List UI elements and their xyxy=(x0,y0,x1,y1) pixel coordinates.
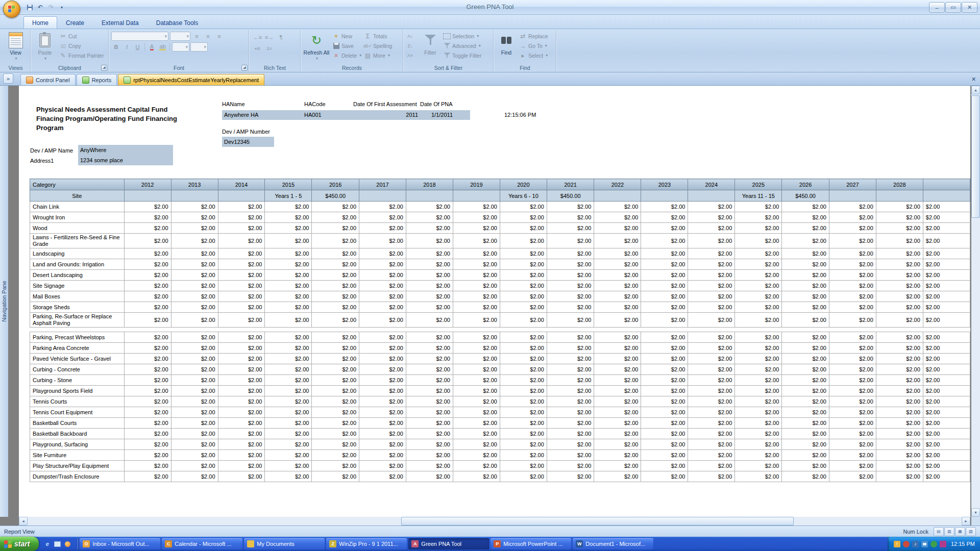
tray-messenger-icon[interactable] xyxy=(930,541,937,547)
ribbon-tab-create[interactable]: Create xyxy=(57,16,93,29)
fill-color-button[interactable]: ab xyxy=(158,42,167,52)
paste-button[interactable]: Paste▾ xyxy=(32,31,58,62)
new-record-button[interactable]: +New xyxy=(331,32,362,40)
taskbar-button-my-documents[interactable]: My Documents xyxy=(244,538,325,549)
tray-volume-icon[interactable]: ♪ xyxy=(912,541,919,547)
clear-sort-button[interactable]: A× xyxy=(405,51,419,60)
tray-update-icon[interactable]: ! xyxy=(894,541,900,547)
text-direction-button[interactable]: ¶ xyxy=(276,33,286,42)
document-tab-reports[interactable]: Reports xyxy=(77,74,117,85)
refresh-all-button[interactable]: ↻ Refresh All▾ xyxy=(302,31,331,62)
spelling-button[interactable]: ab✓Spelling xyxy=(362,41,398,50)
design-view-button[interactable]: ▧ xyxy=(966,527,976,536)
find-button[interactable]: Find xyxy=(495,31,518,57)
undo-button[interactable]: ↶ xyxy=(35,2,45,12)
more-button[interactable]: ▤More▾ xyxy=(362,51,398,60)
select-button[interactable]: ▸Select▾ xyxy=(518,51,554,60)
tray-shield-icon[interactable] xyxy=(940,541,946,547)
navigation-pane-expand-button[interactable]: » xyxy=(3,73,13,84)
underline-button[interactable]: U xyxy=(133,42,142,52)
ribbon-tab-home[interactable]: Home xyxy=(23,16,57,29)
value-cell: $2.00 xyxy=(406,471,453,482)
redo-button[interactable]: ↷ xyxy=(46,2,56,12)
ribbon-tab-database-tools[interactable]: Database Tools xyxy=(148,16,207,29)
increase-indent-button[interactable]: ≡→ xyxy=(264,33,274,42)
sort-ascending-button[interactable]: A↓ xyxy=(405,32,419,40)
goto-button[interactable]: →Go To▾ xyxy=(518,41,554,50)
taskbar-button-document1-microsof[interactable]: WDocument1 - Microsof... xyxy=(573,538,653,549)
align-right-button[interactable]: ≡ xyxy=(214,32,224,41)
advanced-filter-button[interactable]: Advanced▾ xyxy=(442,41,488,50)
horizontal-scroll-track[interactable] xyxy=(28,517,962,525)
totals-button[interactable]: ΣTotals xyxy=(362,32,398,40)
internet-explorer-icon[interactable]: e xyxy=(43,540,52,548)
delete-record-button[interactable]: ×Delete▾ xyxy=(331,51,362,60)
header-record-strip[interactable]: Anywhere HA HA001 2011 1/1/2011 xyxy=(222,110,470,120)
value-cell: $2.00 xyxy=(876,270,923,281)
clipboard-dialog-launcher[interactable]: ◢ xyxy=(101,65,107,71)
align-center-button[interactable]: ≡ xyxy=(203,32,213,41)
office-button[interactable] xyxy=(3,1,20,18)
bold-button[interactable]: B xyxy=(111,42,121,52)
vertical-scrollbar[interactable]: ▲ ▼ xyxy=(971,86,980,517)
toggle-filter-button[interactable]: Toggle Filter xyxy=(442,51,488,60)
tray-network-icon[interactable] xyxy=(921,541,928,547)
horizontal-scroll-thumb[interactable] xyxy=(401,517,794,525)
filter-button[interactable]: Filter xyxy=(419,31,442,57)
scroll-left-button[interactable]: ◄ xyxy=(19,517,28,525)
selection-button[interactable]: Selection▾ xyxy=(442,32,488,40)
tray-antivirus-icon[interactable] xyxy=(903,541,910,547)
close-button[interactable]: ✕ xyxy=(962,2,977,13)
view-button[interactable]: View▾ xyxy=(8,31,24,62)
bullets-button[interactable]: •≡ xyxy=(253,44,262,53)
media-player-icon[interactable] xyxy=(63,540,72,548)
start-button[interactable]: start xyxy=(0,537,39,551)
font-dialog-launcher[interactable]: ◢ xyxy=(241,65,248,71)
taskbar-button-green-pna-tool[interactable]: AGreen PNA Tool xyxy=(408,538,489,549)
vertical-scroll-track[interactable] xyxy=(971,94,980,508)
alternate-fill-dropdown[interactable]: ▾ xyxy=(190,42,208,52)
save-record-button[interactable]: Save xyxy=(331,41,362,50)
italic-button[interactable]: I xyxy=(122,42,132,52)
close-document-button[interactable]: ✕ xyxy=(969,75,978,84)
horizontal-scrollbar[interactable]: ◄ ► xyxy=(19,517,970,525)
sort-descending-button[interactable]: Z↓ xyxy=(405,41,419,50)
scroll-right-button[interactable]: ► xyxy=(962,517,970,525)
scroll-up-button[interactable]: ▲ xyxy=(971,86,980,94)
layout-view-button[interactable]: ▦ xyxy=(955,527,965,536)
dev-amp-name-field[interactable]: AnyWhere xyxy=(78,145,173,155)
address1-field[interactable]: 1234 some place xyxy=(78,155,173,165)
maximize-button[interactable]: ▭ xyxy=(945,2,961,13)
font-name-combobox[interactable]: ▾ xyxy=(111,32,168,41)
report-view-button[interactable]: ▤ xyxy=(934,527,944,536)
copy-button[interactable]: ▯▯Copy xyxy=(58,41,105,50)
quick-save-button[interactable] xyxy=(24,2,35,12)
document-tab-rptphysicalneedscostestimateyearlyreplacement[interactable]: rptPhysicalNeedsCostEstimateYearlyReplac… xyxy=(118,74,264,85)
scroll-down-button[interactable]: ▼ xyxy=(971,508,980,517)
font-size-combobox[interactable]: ▾ xyxy=(170,32,190,41)
dev-amp-number-field[interactable]: Dev12345 xyxy=(222,137,274,147)
qat-customize-button[interactable]: ▾ xyxy=(57,2,67,12)
navigation-pane-collapsed[interactable]: Navigation Pane xyxy=(0,86,9,517)
gridlines-dropdown[interactable]: ▾ xyxy=(172,42,189,52)
numbering-button[interactable]: 1≡ xyxy=(264,44,274,53)
show-desktop-icon[interactable] xyxy=(53,540,62,548)
document-tab-control-panel[interactable]: Control Panel xyxy=(20,74,76,85)
vertical-scroll-thumb[interactable] xyxy=(971,95,980,218)
taskbar-button-calendar-microsoft[interactable]: CCalendar - Microsoft ... xyxy=(162,538,242,549)
taskbar-button-microsoft-powerpoint[interactable]: PMicrosoft PowerPoint ... xyxy=(491,538,571,549)
value-cell: $2.00 xyxy=(782,396,829,407)
format-painter-button[interactable]: ✎Format Painter xyxy=(58,51,105,60)
subheader-cell xyxy=(641,190,688,202)
align-left-button[interactable]: ≡ xyxy=(192,32,202,41)
font-color-button[interactable]: A xyxy=(147,42,157,52)
ribbon-tab-external-data[interactable]: External Data xyxy=(93,16,148,29)
print-preview-button[interactable]: ▥ xyxy=(944,527,954,536)
minimize-button[interactable]: – xyxy=(929,2,945,13)
taskbar-button-winzip-pro-9-1-2011[interactable]: ZWinZip Pro - 9 1 2011... xyxy=(326,538,407,549)
cut-button[interactable]: ✂Cut xyxy=(58,32,105,40)
taskbar-clock[interactable]: 12:15 PM xyxy=(951,541,975,547)
decrease-indent-button[interactable]: ←≡ xyxy=(253,33,262,42)
taskbar-button-inbox-microsoft-out[interactable]: OInbox - Microsoft Out... xyxy=(80,538,160,549)
replace-button[interactable]: ⇄Replace xyxy=(518,32,554,40)
